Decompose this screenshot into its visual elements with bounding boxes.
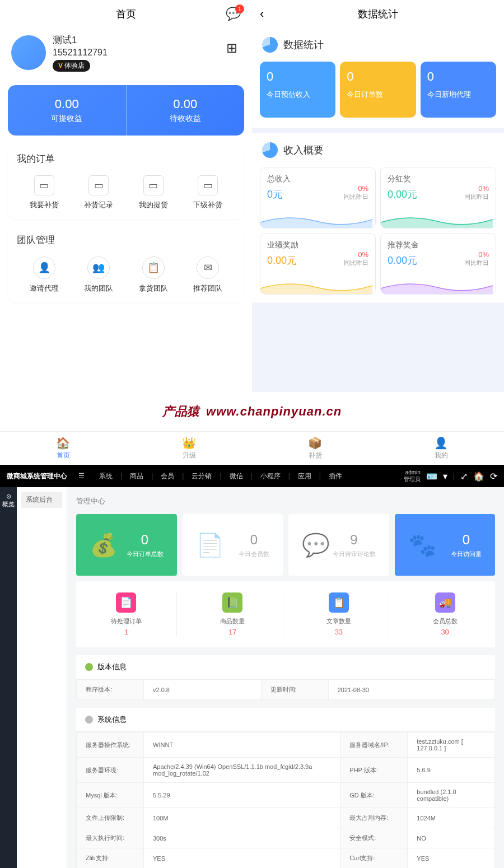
order-grid-item[interactable]: ▭ 补货记录 <box>72 175 127 210</box>
balance-card[interactable]: 0.00 可提收益 0.00 待收收益 <box>8 85 244 136</box>
admin-nav-item[interactable]: 系统 <box>91 472 120 480</box>
team-grid-item[interactable]: 👥 我的团队 <box>72 256 127 293</box>
stat-icon: 💬 <box>302 532 330 558</box>
table-value: 2021-08-30 <box>328 680 494 700</box>
stat-card[interactable]: 0 今日新增代理 <box>421 62 496 118</box>
order-grid-item[interactable]: ▭ 下级补货 <box>181 175 236 210</box>
admin-user[interactable]: admin 管理员 <box>404 469 421 483</box>
admin-stat-card[interactable]: 💬 9 今日待审评论数 <box>288 514 389 576</box>
table-row: Zlib支持: YES Curl支持: YES <box>77 848 495 869</box>
quick-label: 商品数量 <box>183 617 283 626</box>
qrcode-icon[interactable]: ⊞ <box>226 40 237 56</box>
tabbar-icon: 👤 <box>434 436 448 450</box>
admin-stat-card[interactable]: 📄 0 今日会员数 <box>183 514 283 576</box>
admin-nav-item[interactable]: 商品 <box>122 472 151 480</box>
admin-quick-card[interactable]: 🚚 会员总数 30 <box>395 592 495 636</box>
revenue-card[interactable]: 业绩奖励 0.00元 0%同比昨日 <box>260 233 376 295</box>
table-label: Zlib支持: <box>77 848 144 869</box>
wave-icon <box>381 277 493 294</box>
table-value: 5.6.9 <box>408 758 495 783</box>
table-label: PHP 版本: <box>340 758 408 783</box>
tabbar-item[interactable]: 👑 升级 <box>126 432 252 465</box>
back-icon[interactable]: ‹ <box>260 7 264 21</box>
team-grid-item[interactable]: ✉ 推荐团队 <box>181 256 236 293</box>
tabbar-icon: 📦 <box>308 436 322 450</box>
team-grid-item[interactable]: 📋 拿货团队 <box>126 256 181 293</box>
table-value: 1024M <box>408 808 495 828</box>
admin-nav-item[interactable]: 小程序 <box>253 472 288 480</box>
fullscreen-icon[interactable]: ⤢ <box>460 471 468 482</box>
table-label: 程序版本: <box>77 680 144 700</box>
admin-nav-item[interactable]: 插件 <box>321 472 350 480</box>
home-icon[interactable]: 🏠 <box>473 471 484 482</box>
team-grid-item[interactable]: 👤 邀请代理 <box>17 256 72 293</box>
table-value: WINNT <box>144 732 340 758</box>
stat-label: 今日预估收入 <box>267 90 329 100</box>
overview-icon[interactable]: ⊙概览 <box>0 487 17 514</box>
order-grid-item[interactable]: ▭ 我的提货 <box>126 175 181 210</box>
table-row: 文件上传限制: 100M 最大占用内存: 1024M <box>77 808 495 828</box>
tabbar-icon: 🏠 <box>56 436 70 450</box>
table-value: 5.5.29 <box>144 783 340 808</box>
tabbar-item[interactable]: 🏠 首页 <box>0 432 126 465</box>
balance-withdrawable[interactable]: 0.00 可提收益 <box>8 85 127 136</box>
admin-nav-item[interactable]: 应用 <box>290 472 319 480</box>
sidebar-item-backend[interactable]: 系统后台 <box>21 492 62 508</box>
quick-icon: 📗 <box>222 592 242 613</box>
stat-card[interactable]: 0 今日订单数 <box>340 62 416 118</box>
revenue-card[interactable]: 总收入 0元 0%同比昨日 <box>260 167 376 228</box>
table-value: v2.0.8 <box>144 680 262 700</box>
order-icon: ▭ <box>198 175 218 195</box>
profile-block[interactable]: 测试1 15521112791 体验店 ⊞ <box>0 28 252 77</box>
team-icon: 👤 <box>33 256 55 279</box>
revenue-card[interactable]: 推荐奖金 0.00元 0%同比昨日 <box>380 233 496 295</box>
quick-value: 33 <box>289 628 389 636</box>
revenue-section: 收入概要 总收入 0元 0%同比昨日 分红奖 0.00元 0%同比昨日 业绩奖励… <box>252 133 504 302</box>
admin-nav-item[interactable]: 会员 <box>153 472 182 480</box>
order-label: 我要补货 <box>30 200 59 210</box>
tabbar-label: 补货 <box>309 451 322 460</box>
stat-label: 今日订单总数 <box>127 550 164 558</box>
version-panel: 版本信息 程序版本: v2.0.8 更新时间: 2021-08-30 <box>76 655 495 700</box>
admin-stat-card[interactable]: 💰 0 今日订单总数 <box>76 514 177 576</box>
table-label: GD 版本: <box>340 783 408 808</box>
admin-logo[interactable]: 微商城系统管理中心 <box>7 472 67 481</box>
balance-pending[interactable]: 0.00 待收收益 <box>127 85 245 136</box>
revenue-pct: 0%同比昨日 <box>344 250 368 267</box>
admin-quick-card[interactable]: 📋 文章数量 33 <box>289 592 390 636</box>
stat-icon: 🐾 <box>408 532 436 558</box>
admin-quick-card[interactable]: 📄 待处理订单 1 <box>76 592 177 636</box>
dropdown-icon[interactable]: ▾ <box>443 471 447 482</box>
admin-topbar: 微商城系统管理中心 ☰ 系统|商品|会员|云分销|微信|小程序|应用|插件 ad… <box>0 465 504 487</box>
team-label: 邀请代理 <box>30 283 59 293</box>
orders-title: 我的订单 <box>17 152 235 165</box>
stat-value: 0 <box>451 532 482 548</box>
profile-tag: 体验店 <box>53 60 90 72</box>
tabbar-item[interactable]: 👤 我的 <box>378 432 504 465</box>
admin-sidebar-sub: 系统后台 <box>17 487 67 868</box>
refresh-icon[interactable]: ⟳ <box>490 471 497 482</box>
admin-quick-card[interactable]: 📗 商品数量 17 <box>183 592 283 636</box>
admin-nav-item[interactable]: 云分销 <box>184 472 220 480</box>
menu-toggle-icon[interactable]: ☰ <box>78 472 85 480</box>
revenue-card[interactable]: 分红奖 0.00元 0%同比昨日 <box>380 167 496 228</box>
message-button[interactable]: 💬 1 <box>226 7 241 21</box>
table-value: YES <box>408 848 495 869</box>
quick-label: 待处理订单 <box>76 617 176 626</box>
revenue-title: 分红奖 <box>388 174 489 184</box>
order-label: 我的提货 <box>139 200 168 210</box>
profile-info: 测试1 15521112791 体验店 <box>53 34 108 72</box>
id-card-icon[interactable]: 🪪 <box>426 471 437 482</box>
admin-stat-card[interactable]: 🐾 0 今日访问量 <box>395 514 496 576</box>
order-grid-item[interactable]: ▭ 我要补货 <box>17 175 72 210</box>
admin-nav-item[interactable]: 微信 <box>222 472 251 480</box>
table-label: 安全模式: <box>340 828 408 848</box>
stat-card[interactable]: 0 今日预估收入 <box>260 62 335 118</box>
order-icon: ▭ <box>34 175 54 195</box>
tabbar-item[interactable]: 📦 补货 <box>252 432 378 465</box>
version-panel-title: 版本信息 <box>76 655 495 679</box>
revenue-pct: 0%同比昨日 <box>344 184 368 201</box>
admin-sidebar-narrow: ⊙概览 <box>0 487 17 868</box>
stat-value: 0 <box>267 69 329 84</box>
table-label: Mysql 版本: <box>77 783 144 808</box>
